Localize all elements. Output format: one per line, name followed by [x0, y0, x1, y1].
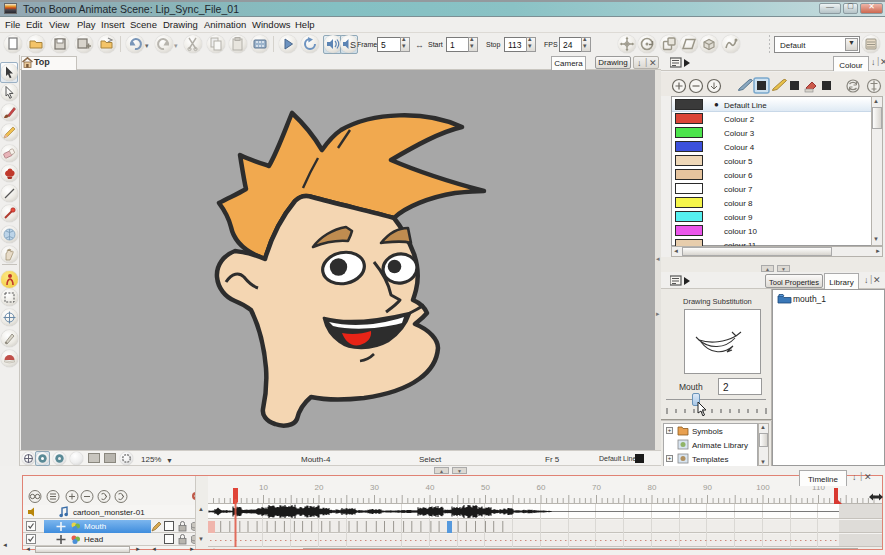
svg-text:S: S: [350, 40, 356, 50]
